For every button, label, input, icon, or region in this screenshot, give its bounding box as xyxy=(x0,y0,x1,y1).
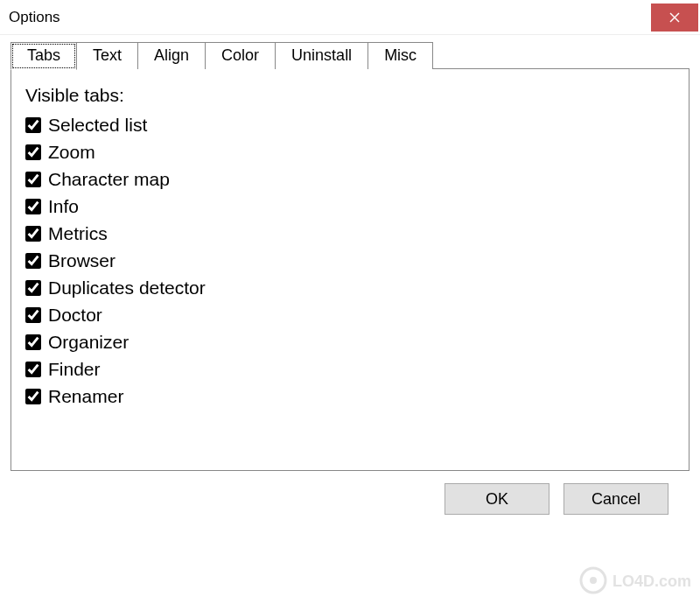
button-bar: OK Cancel xyxy=(10,471,690,515)
checkbox-duplicates-detector[interactable] xyxy=(25,280,41,296)
checkbox-item[interactable]: Renamer xyxy=(25,386,675,407)
cancel-button[interactable]: Cancel xyxy=(564,483,668,515)
checkbox-selected-list[interactable] xyxy=(25,117,41,133)
checkbox-item[interactable]: Finder xyxy=(25,359,675,380)
tab-label: Uninstall xyxy=(291,46,352,64)
tab-align[interactable]: Align xyxy=(137,42,206,69)
tab-label: Color xyxy=(221,46,259,64)
tab-misc[interactable]: Misc xyxy=(368,42,433,69)
checkbox-item[interactable]: Character map xyxy=(25,169,675,190)
checkbox-doctor[interactable] xyxy=(25,307,41,323)
checkbox-item[interactable]: Browser xyxy=(25,250,675,271)
checkbox-item[interactable]: Zoom xyxy=(25,142,675,163)
checkbox-label: Metrics xyxy=(48,223,108,244)
checkbox-label: Info xyxy=(48,196,79,217)
checkbox-renamer[interactable] xyxy=(25,389,41,404)
visible-tabs-list: Selected listZoomCharacter mapInfoMetric… xyxy=(25,115,675,407)
tab-panel-tabs: Visible tabs: Selected listZoomCharacter… xyxy=(10,68,690,471)
svg-point-3 xyxy=(590,577,597,584)
tab-text[interactable]: Text xyxy=(76,42,138,69)
checkbox-info[interactable] xyxy=(25,199,41,214)
checkbox-label: Selected list xyxy=(48,115,147,136)
tab-tabs[interactable]: Tabs xyxy=(10,42,77,70)
ok-button[interactable]: OK xyxy=(444,483,550,515)
checkbox-zoom[interactable] xyxy=(25,144,41,160)
checkbox-label: Renamer xyxy=(48,386,123,407)
checkbox-label: Doctor xyxy=(48,305,102,326)
checkbox-label: Zoom xyxy=(48,142,95,163)
checkbox-item[interactable]: Info xyxy=(25,196,675,217)
tab-color[interactable]: Color xyxy=(205,42,276,69)
checkbox-browser[interactable] xyxy=(25,253,41,269)
tabstrip: TabsTextAlignColorUninstallMisc xyxy=(10,42,690,69)
tab-label: Text xyxy=(93,46,122,64)
checkbox-organizer[interactable] xyxy=(25,334,41,350)
checkbox-item[interactable]: Metrics xyxy=(25,223,675,244)
watermark-logo: LO4D.com xyxy=(578,564,700,597)
tab-uninstall[interactable]: Uninstall xyxy=(275,42,368,69)
checkbox-character-map[interactable] xyxy=(25,172,41,187)
tab-label: Misc xyxy=(384,46,416,64)
section-label-visible-tabs: Visible tabs: xyxy=(25,85,675,106)
checkbox-finder[interactable] xyxy=(25,362,41,377)
checkbox-label: Browser xyxy=(48,250,116,271)
close-button[interactable] xyxy=(651,4,698,32)
checkbox-metrics[interactable] xyxy=(25,226,41,242)
checkbox-label: Organizer xyxy=(48,332,129,353)
window-title: Options xyxy=(9,9,60,26)
tab-label: Align xyxy=(154,46,189,64)
checkbox-item[interactable]: Doctor xyxy=(25,305,675,326)
checkbox-item[interactable]: Selected list xyxy=(25,115,675,136)
watermark-text: LO4D.com xyxy=(612,572,691,590)
checkbox-label: Duplicates detector xyxy=(48,277,206,298)
checkbox-item[interactable]: Organizer xyxy=(25,332,675,353)
checkbox-label: Character map xyxy=(48,169,170,190)
tab-label: Tabs xyxy=(27,46,60,64)
checkbox-item[interactable]: Duplicates detector xyxy=(25,277,675,298)
titlebar: Options xyxy=(0,0,700,35)
checkbox-label: Finder xyxy=(48,359,101,380)
close-icon xyxy=(669,12,680,23)
content-area: TabsTextAlignColorUninstallMisc Visible … xyxy=(0,35,700,515)
